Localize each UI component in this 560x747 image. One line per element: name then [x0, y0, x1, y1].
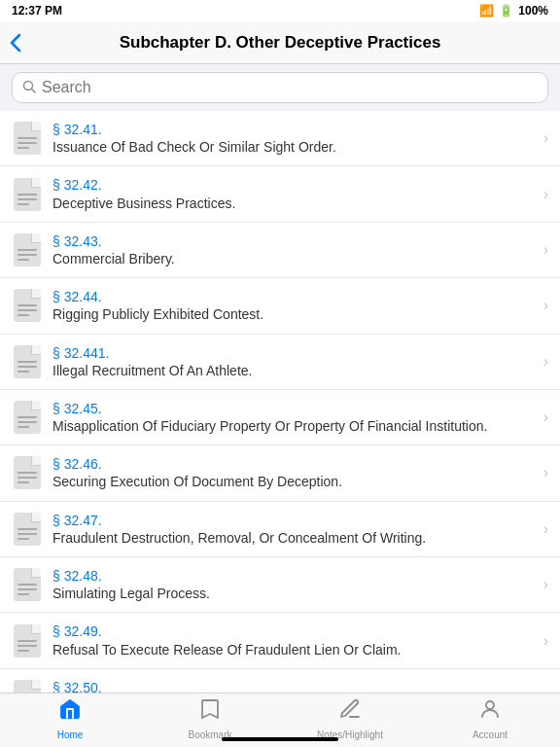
- item-title: Rigging Publicly Exhibited Contest.: [52, 305, 543, 323]
- list-item[interactable]: § 32.49. Refusal To Execute Release Of F…: [0, 613, 560, 668]
- item-section: § 32.44.: [52, 288, 543, 305]
- item-content: § 32.48. Simulating Legal Process.: [52, 567, 543, 602]
- item-title: Refusal To Execute Release Of Fraudulent…: [52, 641, 543, 658]
- item-title: Simulating Legal Process.: [52, 585, 543, 602]
- item-title: Deceptive Business Practices.: [52, 195, 543, 212]
- list-item[interactable]: § 32.42. Deceptive Business Practices. ›: [0, 166, 560, 222]
- item-section: § 32.49.: [52, 622, 543, 640]
- document-icon: [12, 346, 43, 377]
- search-input[interactable]: [42, 79, 538, 96]
- list-item[interactable]: § 32.46. Securing Execution Of Document …: [0, 445, 560, 501]
- document-icon: [12, 514, 43, 545]
- list-item[interactable]: § 32.43. Commercial Bribery. ›: [0, 223, 560, 278]
- tab-home[interactable]: Home: [0, 697, 140, 740]
- chevron-right-icon: ›: [543, 353, 560, 371]
- item-section: § 32.43.: [52, 232, 543, 250]
- item-section: § 32.42.: [52, 176, 543, 194]
- svg-point-2: [486, 701, 494, 709]
- list-item[interactable]: § 32.48. Simulating Legal Process. ›: [0, 557, 560, 613]
- item-section: § 32.48.: [52, 567, 543, 585]
- chevron-right-icon: ›: [543, 297, 560, 314]
- list-item[interactable]: § 32.44. Rigging Publicly Exhibited Cont…: [0, 278, 560, 334]
- search-container: [0, 64, 560, 111]
- document-icon: [12, 625, 43, 657]
- svg-line-1: [32, 89, 36, 92]
- status-right: 📶 🔋 100%: [479, 4, 548, 18]
- document-icon: [12, 123, 43, 154]
- document-icon: [12, 402, 43, 433]
- document-icon: [12, 179, 43, 210]
- notes-icon: [338, 697, 362, 727]
- chevron-right-icon: ›: [543, 464, 560, 481]
- chevron-right-icon: ›: [543, 186, 560, 203]
- chevron-right-icon: ›: [543, 520, 560, 538]
- chevron-right-icon: ›: [543, 409, 560, 426]
- list-item[interactable]: § 32.441. Illegal Recruitment Of An Athl…: [0, 335, 560, 390]
- item-content: § 32.49. Refusal To Execute Release Of F…: [52, 622, 543, 658]
- item-title: Issuance Of Bad Check Or Similar Sight O…: [52, 138, 543, 156]
- item-content: § 32.46. Securing Execution Of Document …: [52, 455, 543, 490]
- wifi-icon: 📶: [479, 4, 494, 18]
- back-button[interactable]: [10, 33, 21, 53]
- home-icon: [58, 697, 82, 727]
- item-title: Illegal Recruitment Of An Athlete.: [52, 362, 543, 379]
- item-section: § 32.46.: [52, 455, 543, 473]
- search-icon: [22, 80, 36, 96]
- item-title: Fraudulent Destruction, Removal, Or Conc…: [52, 529, 543, 547]
- home-indicator: [222, 737, 338, 741]
- nav-bar: Subchapter D. Other Deceptive Practices: [0, 21, 560, 64]
- chevron-right-icon: ›: [543, 576, 560, 593]
- document-icon: [12, 569, 43, 600]
- chevron-right-icon: ›: [543, 632, 560, 650]
- item-title: Commercial Bribery.: [52, 250, 543, 267]
- item-section: § 32.41.: [52, 121, 543, 138]
- document-icon: [12, 234, 43, 266]
- list-item[interactable]: § 32.41. Issuance Of Bad Check Or Simila…: [0, 111, 560, 166]
- tab-notes[interactable]: Notes/Highlight: [280, 697, 420, 740]
- search-bar[interactable]: [12, 72, 548, 103]
- item-section: § 32.45.: [52, 400, 543, 417]
- chevron-right-icon: ›: [543, 241, 560, 259]
- item-title: Securing Execution Of Document By Decept…: [52, 473, 543, 490]
- item-section: § 32.47.: [52, 512, 543, 529]
- status-time: 12:37 PM: [12, 4, 62, 18]
- item-content: § 32.44. Rigging Publicly Exhibited Cont…: [52, 288, 543, 323]
- document-icon: [12, 457, 43, 488]
- page-title: Subchapter D. Other Deceptive Practices: [120, 33, 441, 53]
- items-list: § 32.41. Issuance Of Bad Check Or Simila…: [0, 111, 560, 747]
- home-label: Home: [57, 729, 84, 740]
- tab-account[interactable]: Account: [420, 697, 560, 740]
- item-section: § 32.441.: [52, 344, 543, 362]
- main-content: § 32.41. Issuance Of Bad Check Or Simila…: [0, 64, 560, 747]
- bookmark-icon: [198, 697, 222, 727]
- item-content: § 32.43. Commercial Bribery.: [52, 232, 543, 267]
- battery-icon: 🔋: [499, 4, 513, 18]
- item-content: § 32.441. Illegal Recruitment Of An Athl…: [52, 344, 543, 379]
- status-bar: 12:37 PM 📶 🔋 100%: [0, 0, 560, 21]
- chevron-right-icon: ›: [543, 129, 560, 147]
- item-content: § 32.45. Misapplication Of Fiduciary Pro…: [52, 400, 543, 435]
- account-icon: [478, 697, 502, 727]
- list-item[interactable]: § 32.45. Misapplication Of Fiduciary Pro…: [0, 390, 560, 445]
- item-content: § 32.42. Deceptive Business Practices.: [52, 176, 543, 211]
- tab-bookmark[interactable]: Bookmark: [140, 697, 280, 740]
- battery-percent: 100%: [518, 4, 548, 18]
- list-item[interactable]: § 32.47. Fraudulent Destruction, Removal…: [0, 502, 560, 557]
- item-content: § 32.47. Fraudulent Destruction, Removal…: [52, 512, 543, 547]
- account-label: Account: [472, 729, 508, 740]
- document-icon: [12, 290, 43, 321]
- item-content: § 32.41. Issuance Of Bad Check Or Simila…: [52, 121, 543, 156]
- item-title: Misapplication Of Fiduciary Property Or …: [52, 417, 543, 435]
